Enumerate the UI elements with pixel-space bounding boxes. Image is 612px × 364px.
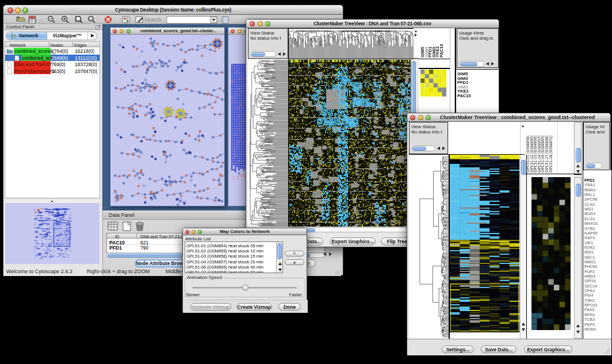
svg-text:1:1: 1:1 — [89, 18, 93, 21]
svg-text:GPL51-08 (GSM872): GPL51-08 (GSM872) — [549, 136, 553, 173]
svg-text:PAC10: PAC10 — [439, 44, 444, 58]
svg-text:Search:: Search: — [144, 17, 162, 22]
